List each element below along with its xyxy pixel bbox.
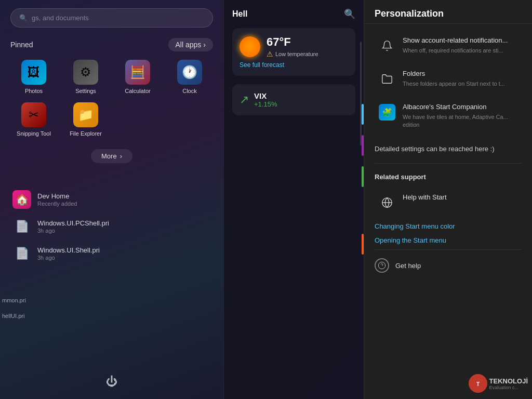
help-with-start-item[interactable]: Help with Start [368,186,528,218]
more-button[interactable]: More › [91,149,132,163]
settings-label: Settings [75,88,96,94]
weather-sun-icon [240,36,260,57]
file1-text: Windows.UI.PCShell.pri 3h ago [37,219,109,234]
edge-filename-2: hellUI.pri [0,312,26,320]
weather-warning: ⚠ Low temperature [267,50,318,58]
widget-header: Hell 🔍 [232,8,355,20]
albacore-label: Albacore's Start Companion [403,103,517,112]
teknoloji-logo: T [469,374,487,393]
albacore-icon: 🧩 [379,104,395,121]
settings-title: Personalization [375,8,444,19]
opening-start-menu-link[interactable]: Opening the Start menu [364,233,532,247]
widget-panel: Hell 🔍 67°F ⚠ Low temperature See full f… [223,0,364,399]
chevron-right-icon-more: › [120,152,122,160]
notifications-sub: When off, required notifications are sti… [403,47,508,54]
get-help-icon [375,258,389,273]
weather-info: 67°F ⚠ Low temperature [267,35,318,58]
svg-text:T: T [476,381,480,387]
settings-divider-2 [375,249,522,250]
snipping-tool-icon: ✂ [21,102,46,127]
devhome-label: Dev Home [37,192,77,200]
app-photos[interactable]: 🖼 Photos [13,60,55,94]
pinned-label: Pinned [10,41,33,49]
widget-title: Hell [232,9,247,19]
changing-start-color-link[interactable]: Changing Start menu color [364,219,532,233]
albacore-sub: We have live tiles at home, Adaptive Ca.… [403,113,517,128]
weather-widget: 67°F ⚠ Low temperature See full forecast [232,28,355,76]
start-menu: 🔍 gs, and documents Pinned All apps › 🖼 … [0,0,223,399]
photos-label: Photos [25,88,43,94]
weather-forecast-link[interactable]: See full forecast [240,61,348,69]
stock-name: VIX [254,91,277,100]
settings-item-folders[interactable]: Folders These folders appear on Start ne… [368,62,528,95]
notification-bell-icon [379,37,395,54]
clock-label: Clock [182,88,197,94]
detailed-settings-section: Detailed settings can be reached here :) [364,137,532,162]
devhome-icon: 🏠 [12,190,31,209]
notifications-text: Show account-related notification... Whe… [403,36,508,54]
widget-search-icon[interactable]: 🔍 [344,8,355,20]
svg-point-2 [378,262,385,269]
app-calculator[interactable]: 🧮 Calculator [117,60,158,94]
search-placeholder: gs, and documents [32,14,89,22]
file-explorer-label: File Explorer [70,130,102,137]
albacore-text: Albacore's Start Companion We have live … [403,103,517,128]
settings-icon: ⚙ [73,60,98,85]
folders-sub: These folders appear on Start next to t.… [403,80,505,87]
notifications-label: Show account-related notification... [403,36,508,45]
related-support-header: Related support [364,166,532,185]
more-label: More [101,152,117,160]
stock-change: +1.15% [254,100,277,108]
file2-icon: 📄 [12,244,31,263]
photos-icon: 🖼 [21,60,46,85]
detailed-settings-text: Detailed settings can be reached here :) [375,144,522,154]
widget-scrollbar[interactable] [360,42,362,145]
snipping-tool-label: Snipping Tool [17,130,51,137]
folders-icon [379,71,395,87]
settings-list: Show account-related notification... Whe… [364,24,532,399]
stock-arrow-icon: ↗ [240,93,249,107]
devhome-text: Dev Home Recently added [37,192,77,207]
app-snipping-tool[interactable]: ✂ Snipping Tool [13,102,55,137]
get-help-row[interactable]: Get help [364,252,532,279]
help-with-start-label: Help with Start [403,193,447,202]
all-apps-label: All apps [176,41,202,49]
settings-panel: Personalization Show account-related not… [364,0,532,399]
app-settings[interactable]: ⚙ Settings [65,60,107,94]
devhome-sub: Recently added [37,201,77,207]
app-clock[interactable]: 🕐 Clock [169,60,210,94]
all-apps-button[interactable]: All apps › [168,38,213,51]
app-file-explorer[interactable]: 📁 File Explorer [65,102,107,137]
recent-item-devhome[interactable]: 🏠 Dev Home Recently added [10,186,213,213]
help-globe-icon [379,194,395,211]
get-help-label: Get help [395,262,421,270]
recent-item-file2[interactable]: 📄 Windows.UI.Shell.pri 3h ago [10,240,213,267]
folders-label: Folders [403,70,505,78]
settings-item-notifications[interactable]: Show account-related notification... Whe… [368,29,528,61]
file-explorer-icon: 📁 [73,102,98,127]
chevron-right-icon: › [203,41,206,49]
search-bar[interactable]: 🔍 gs, and documents [10,8,213,28]
power-button[interactable]: ⏻ [106,375,117,389]
watermark: T TEKNOLOJİ Evaluation c... [469,374,528,393]
app-grid: 🖼 Photos ⚙ Settings 🧮 Calculator 🕐 Clock… [10,60,213,137]
settings-header: Personalization [364,0,532,24]
recent-item-file1[interactable]: 📄 Windows.UI.PCShell.pri 3h ago [10,213,213,240]
recent-section: 🏠 Dev Home Recently added 📄 Windows.UI.P… [10,186,213,391]
file1-sub: 3h ago [37,228,109,234]
weather-temp: 67°F [267,35,291,48]
settings-divider-1 [375,163,522,164]
file1-label: Windows.UI.PCShell.pri [37,219,109,227]
weather-warning-label: Low temperature [275,51,318,57]
file2-label: Windows.UI.Shell.pri [37,246,100,254]
help-with-start-text: Help with Start [403,193,447,202]
clock-icon: 🕐 [177,60,202,85]
watermark-sub: Evaluation c... [489,385,528,390]
warning-triangle-icon: ⚠ [267,50,273,58]
folders-text: Folders These folders appear on Start ne… [403,70,505,87]
edge-filename-1: mmon.pri [0,296,28,304]
settings-item-albacore[interactable]: 🧩 Albacore's Start Companion We have liv… [368,96,528,135]
file2-text: Windows.UI.Shell.pri 3h ago [37,246,100,261]
calculator-label: Calculator [125,88,151,94]
file2-sub: 3h ago [37,255,100,261]
